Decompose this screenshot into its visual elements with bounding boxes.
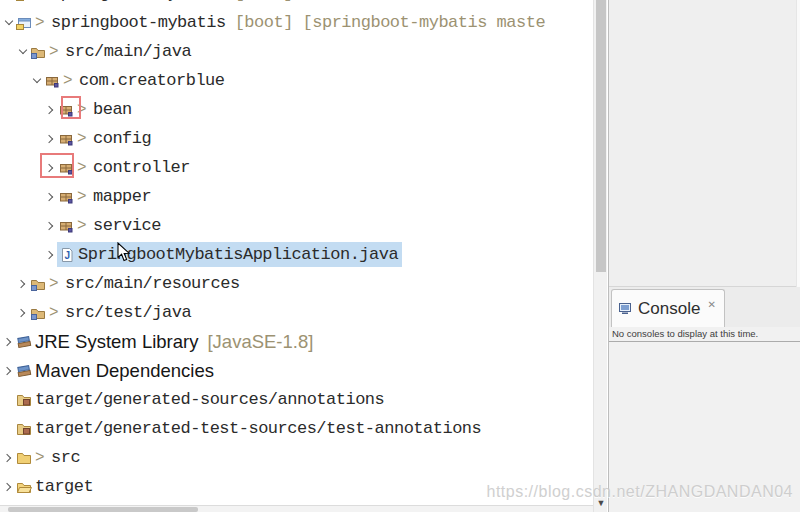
chevron-collapsed-icon[interactable] — [2, 339, 15, 345]
tree-item-label: src/main/java — [65, 42, 191, 61]
editor-scrollbar[interactable] — [796, 0, 800, 287]
package-icon — [44, 73, 60, 89]
tree-item-springboot-mybatis[interactable]: >springboot-mybatis[boot] [springboot-my… — [0, 8, 593, 37]
vertical-scrollbar[interactable]: ▼ — [593, 0, 607, 512]
tree-item-label: JRE System Library — [35, 331, 198, 353]
watermark: https://blog.csdn.net/ZHANGDANDAN04 — [486, 483, 793, 501]
console-tab-bar: Console ✕ — [609, 287, 800, 327]
git-decorator: > — [35, 0, 48, 3]
annotation-box-bean-decorator — [61, 96, 81, 119]
tree-item-label: bean — [93, 100, 132, 119]
tree-item-partial-top[interactable]: > springboot-mybatis [boot] — [0, 0, 593, 8]
tree-item-target-generated-sources-annotations[interactable]: target/generated-sources/annotations — [0, 385, 593, 414]
git-decorator: > — [49, 304, 62, 322]
source-folder-icon — [30, 44, 46, 60]
tree-item-maven-dependencies[interactable]: Maven Dependencies — [0, 356, 593, 385]
console-view: Console ✕ No consoles to display at this… — [609, 287, 800, 512]
git-decorator: > — [77, 159, 90, 177]
chevron-collapsed-icon[interactable] — [2, 455, 15, 461]
tree-item-bean[interactable]: >bean — [0, 95, 593, 124]
horizontal-scrollbar[interactable] — [0, 505, 593, 512]
tree-item-springbootmybatisapplication-java[interactable]: JSpringbootMybatisApplication.java — [0, 240, 593, 269]
tree-item-label: mapper — [93, 187, 151, 206]
tree-item-label: springboot-mybatis — [51, 13, 226, 32]
chevron-collapsed-icon[interactable] — [44, 136, 57, 142]
source-folder-icon — [30, 276, 46, 292]
tree-item-target-generated-test-sources-test-annotations[interactable]: target/generated-test-sources/test-annot… — [0, 414, 593, 443]
tree-item-src-test-java[interactable]: >src/test/java — [0, 298, 593, 327]
package-icon — [58, 189, 74, 205]
chevron-expanded-icon[interactable] — [2, 21, 15, 24]
selection-highlight: JSpringbootMybatisApplication.java — [57, 242, 402, 267]
tree-item-service[interactable]: >service — [0, 211, 593, 240]
console-empty-message: No consoles to display at this time. — [612, 328, 758, 339]
tree-item-label: service — [93, 216, 161, 235]
tree-item-jre-system-library[interactable]: JRE System Library[JavaSE-1.8] — [0, 327, 593, 356]
project-icon — [16, 0, 32, 2]
tree-item-label: config — [93, 129, 151, 148]
chevron-collapsed-icon[interactable] — [2, 368, 15, 374]
git-decorator: > — [77, 188, 90, 206]
package-icon — [58, 218, 74, 234]
git-decorator: > — [77, 217, 90, 235]
tree-item-src[interactable]: >src — [0, 443, 593, 472]
tree-item-label: target/generated-sources/annotations — [35, 390, 384, 409]
tree-item-label: Maven Dependencies — [35, 360, 214, 382]
tree-item-src-main-java[interactable]: >src/main/java — [0, 37, 593, 66]
tree-item-controller[interactable]: >controller — [0, 153, 593, 182]
vertical-scrollbar-thumb[interactable] — [596, 0, 606, 272]
project-icon — [16, 15, 32, 31]
library-icon — [16, 363, 32, 379]
folder-package-icon — [16, 421, 32, 437]
tree-item-label: springboot-mybatis — [51, 0, 226, 3]
chevron-collapsed-icon[interactable] — [2, 484, 15, 490]
tree-item-com-creatorblue[interactable]: >com.creatorblue — [0, 66, 593, 95]
source-folder-icon — [30, 305, 46, 321]
tree-item-label: com.creatorblue — [79, 71, 225, 90]
tree-item-label: src — [51, 448, 80, 467]
chevron-collapsed-icon[interactable] — [44, 252, 57, 258]
tree-item-label: src/test/java — [65, 303, 191, 322]
console-separator — [609, 341, 800, 342]
chevron-collapsed-icon[interactable] — [44, 107, 57, 113]
tree-item-src-main-resources[interactable]: >src/main/resources — [0, 269, 593, 298]
chevron-expanded-icon[interactable] — [16, 50, 29, 53]
horizontal-scrollbar-thumb[interactable] — [8, 507, 198, 512]
chevron-expanded-icon[interactable] — [30, 79, 43, 82]
tree-item-label: src/main/resources — [65, 274, 240, 293]
folder-package-icon — [16, 392, 32, 408]
right-panel: Console ✕ No consoles to display at this… — [608, 0, 800, 512]
git-decorator: > — [63, 72, 76, 90]
mouse-cursor — [117, 242, 131, 266]
editor-area — [609, 0, 800, 287]
tree-item-label: controller — [93, 158, 190, 177]
tree-item-label: target/generated-test-sources/test-annot… — [35, 419, 481, 438]
label-decoration: [boot] [springboot-mybatis maste — [235, 13, 545, 32]
chevron-collapsed-icon[interactable] — [44, 223, 57, 229]
label-decoration: [boot] — [235, 0, 293, 3]
chevron-collapsed-icon[interactable] — [16, 310, 29, 316]
git-decorator: > — [35, 449, 48, 467]
folder-open-icon — [16, 479, 32, 495]
tree-item-config[interactable]: >config — [0, 124, 593, 153]
package-explorer: > springboot-mybatis [boot] >springboot-… — [0, 0, 593, 505]
tree-item-label: target — [35, 477, 93, 496]
console-tab-label: Console — [638, 299, 700, 319]
package-icon — [58, 131, 74, 147]
git-decorator: > — [35, 14, 48, 32]
label-decoration: [JavaSE-1.8] — [207, 331, 313, 353]
library-icon — [16, 334, 32, 350]
java-file-icon: J — [59, 247, 75, 263]
close-icon[interactable]: ✕ — [707, 299, 715, 310]
chevron-collapsed-icon[interactable] — [44, 194, 57, 200]
folder-icon — [16, 450, 32, 466]
tab-console[interactable]: Console ✕ — [611, 289, 725, 327]
chevron-collapsed-icon[interactable] — [16, 281, 29, 287]
git-decorator: > — [49, 43, 62, 61]
console-icon — [618, 302, 633, 316]
annotation-box-controller-icon — [40, 153, 74, 178]
git-decorator: > — [49, 275, 62, 293]
tree-rows: >springboot-mybatis[boot] [springboot-my… — [0, 8, 593, 505]
tree-item-mapper[interactable]: >mapper — [0, 182, 593, 211]
git-decorator: > — [77, 130, 90, 148]
